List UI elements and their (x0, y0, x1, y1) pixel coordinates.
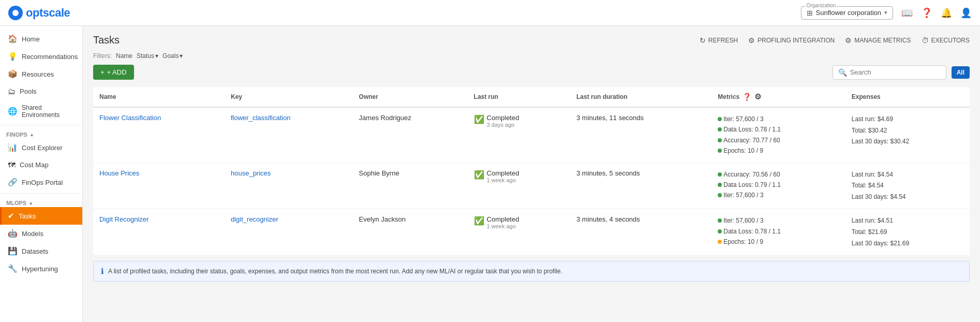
logo-text: optscale (26, 6, 70, 20)
content-area: Tasks ↻ REFRESH ⚙ PROFILING INTEGRATION … (83, 26, 980, 322)
search-input[interactable] (850, 68, 941, 76)
table-row: Digit Recognizerdigit_recognizerEvelyn J… (93, 209, 970, 256)
metric-line: Iter: 57,600 / 3 (718, 190, 839, 200)
executors-button[interactable]: ⏱ EXECUTORS (922, 36, 970, 45)
col-last-run: Last run (468, 87, 570, 107)
user-icon[interactable]: 👤 (960, 7, 972, 19)
expense-line: Last 30 days: $4.54 (852, 192, 963, 203)
expense-line: Last run: $4.69 (852, 114, 963, 125)
sidebar-item-tasks[interactable]: ✔ Tasks (0, 207, 82, 225)
status-completed: ✅Completed3 days ago (474, 114, 564, 128)
sidebar-divider-2 (0, 193, 82, 194)
manage-metrics-button[interactable]: ⚙ MANAGE METRICS (845, 36, 911, 45)
resources-icon: 📦 (8, 69, 18, 79)
org-name: Sunflower corporation (816, 9, 881, 17)
sidebar-item-finops-portal[interactable]: 🔗 FinOps Portal (0, 173, 82, 191)
filter-status[interactable]: Status ▾ (137, 52, 158, 60)
sidebar-item-shared-environments[interactable]: 🌐 SharedEnvironments (0, 100, 82, 123)
col-name: Name (93, 87, 225, 107)
page-title: Tasks (93, 34, 120, 46)
sidebar-item-recommendations[interactable]: 💡 Recommendations (0, 48, 82, 65)
cell-duration: 3 minutes, 5 seconds (570, 163, 711, 209)
logo: optscale (8, 6, 70, 20)
executors-label: EXECUTORS (931, 37, 970, 44)
expense-line: Last 30 days: $30.42 (852, 136, 963, 148)
manage-metrics-label: MANAGE METRICS (854, 37, 911, 44)
profiling-label: PROFILING INTEGRATION (758, 37, 835, 44)
sidebar-item-label: Home (22, 35, 40, 43)
status-text: Completed1 week ago (487, 169, 519, 183)
cell-last-run: ✅Completed3 days ago (468, 107, 570, 163)
pools-icon: 🗂 (8, 87, 16, 96)
expense-line: Total: $4.54 (852, 180, 963, 192)
sidebar-item-resources[interactable]: 📦 Resources (0, 65, 82, 83)
task-name-link[interactable]: Digit Recognizer (99, 215, 149, 223)
chevron-icon: ▾ (155, 52, 158, 60)
org-label: Organization (806, 3, 837, 8)
completed-icon: ✅ (474, 170, 484, 180)
task-key: house_prices (231, 169, 271, 177)
topbar-right: Organization ⊞ Sunflower corporation ▾ 📖… (801, 6, 972, 20)
cell-last-run: ✅Completed1 week ago (468, 163, 570, 209)
status-completed: ✅Completed1 week ago (474, 215, 564, 229)
cell-owner: James Rodriguez (353, 107, 468, 163)
executors-icon: ⏱ (922, 36, 929, 45)
sidebar-section-finops[interactable]: FINOPS ▲ (0, 127, 82, 139)
metric-line: Data Loss: 0.78 / 1.1 (718, 124, 839, 135)
add-button[interactable]: + + ADD (93, 65, 134, 80)
metric-line: Data Loss: 0.78 / 1.1 (718, 226, 839, 237)
info-bar: ℹ A list of profiled tasks, including th… (93, 261, 970, 282)
bell-icon[interactable]: 🔔 (941, 7, 952, 19)
task-name-link[interactable]: Flower Classification (99, 114, 161, 122)
metric-line: Iter: 57,600 / 3 (718, 114, 839, 124)
sidebar-item-home[interactable]: 🏠 Home (0, 30, 82, 48)
cell-key: digit_recognizer (225, 209, 353, 256)
chevron-down-icon: ▾ (884, 9, 887, 16)
toolbar-row: + + ADD 🔍 All (93, 65, 970, 80)
book-icon[interactable]: 📖 (901, 7, 913, 19)
sidebar-item-datasets[interactable]: 💾 Datasets (0, 242, 82, 260)
org-icon: ⊞ (807, 9, 813, 17)
refresh-button[interactable]: ↻ REFRESH (700, 36, 738, 45)
help-icon[interactable]: ❓ (743, 93, 751, 101)
shared-env-icon: 🌐 (8, 107, 18, 116)
question-icon[interactable]: ❓ (921, 7, 932, 19)
expense-line: Last run: $4.51 (852, 215, 963, 227)
sidebar-item-hypertuning[interactable]: 🔧 Hypertuning (0, 260, 82, 277)
cell-duration: 3 minutes, 4 seconds (570, 209, 711, 256)
sidebar-item-cost-map[interactable]: 🗺 Cost Map (0, 156, 82, 173)
refresh-icon: ↻ (700, 36, 706, 45)
sidebar-item-label: Pools (20, 87, 37, 95)
manage-metrics-icon: ⚙ (845, 36, 852, 45)
task-name-link[interactable]: House Prices (99, 169, 139, 177)
plus-icon: + (100, 68, 105, 76)
col-owner: Owner (353, 87, 468, 107)
tasks-icon: ✔ (8, 211, 14, 221)
metric-line: Epochs: 10 / 9 (718, 237, 839, 247)
cell-key: house_prices (225, 163, 353, 209)
table-header-row: Name Key Owner Last run Last run duratio… (93, 87, 970, 107)
view-all-button[interactable]: All (952, 66, 970, 79)
status-completed: ✅Completed1 week ago (474, 169, 564, 183)
cost-explorer-icon: 📊 (8, 143, 18, 152)
col-key: Key (225, 87, 353, 107)
cell-metrics: Accuracy: 70.56 / 60Data Loss: 0.79 / 1.… (711, 163, 845, 209)
expense-line: Last run: $4.54 (852, 169, 963, 181)
profiling-integration-button[interactable]: ⚙ PROFILING INTEGRATION (748, 36, 835, 45)
sidebar-item-cost-explorer[interactable]: 📊 Cost Explorer (0, 139, 82, 156)
sidebar-item-label: Cost Map (20, 161, 49, 169)
metrics-gear-icon[interactable]: ⚙ (754, 92, 761, 101)
cell-last-run: ✅Completed1 week ago (468, 209, 570, 256)
org-selector[interactable]: Organization ⊞ Sunflower corporation ▾ (801, 6, 893, 20)
sidebar: 🏠 Home 💡 Recommendations 📦 Resources 🗂 P… (0, 26, 83, 322)
finops-arrow-icon: ▲ (29, 132, 34, 137)
sidebar-item-models[interactable]: 🤖 Models (0, 225, 82, 242)
filter-name[interactable]: Name (116, 52, 132, 60)
cost-map-icon: 🗺 (8, 160, 16, 169)
sidebar-item-pools[interactable]: 🗂 Pools (0, 83, 82, 100)
filter-goals[interactable]: Goals ▾ (162, 52, 183, 60)
metric-line: Epochs: 10 / 9 (718, 145, 839, 156)
task-key: digit_recognizer (231, 215, 278, 223)
sidebar-section-mlops[interactable]: MLOPS ▲ (0, 196, 82, 207)
add-label: + ADD (107, 68, 127, 76)
